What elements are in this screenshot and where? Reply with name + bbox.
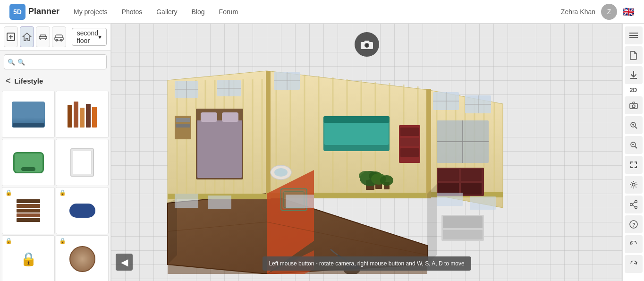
svg-marker-110 [168,198,177,264]
svg-rect-112 [175,194,198,208]
list-item[interactable] [56,139,109,186]
svg-line-136 [632,205,635,207]
main-layout: second floor ▾ 🔍 < Lifestyle [0,24,644,281]
help-button[interactable]: ? [625,215,643,233]
list-item[interactable] [56,91,109,138]
language-flag[interactable]: 🇬🇧 [623,6,635,17]
tool-home[interactable] [20,26,34,47]
svg-line-129 [635,146,637,148]
nav-gallery[interactable]: Gallery [156,8,177,16]
category-name: Lifestyle [15,77,43,85]
svg-point-123 [632,105,635,108]
menu-button[interactable] [625,26,643,44]
tool-furniture[interactable] [36,26,50,47]
nav-forum[interactable]: Forum [219,8,238,16]
svg-point-133 [630,204,632,206]
tool-new[interactable] [4,26,18,47]
floor-selector-value: second floor [77,29,98,44]
svg-rect-4 [40,35,46,37]
logo[interactable]: 5D Planner [9,4,59,20]
user-name: Zehra Khan [561,8,595,16]
files-button[interactable] [625,46,643,64]
svg-rect-80 [323,116,390,123]
2d-view-label[interactable]: 2D [630,87,637,94]
chevron-down-icon: ▾ [98,33,102,41]
svg-point-131 [632,183,635,186]
svg-rect-48 [426,89,431,198]
svg-rect-70 [176,118,190,122]
nav-blog[interactable]: Blog [192,8,205,16]
svg-point-11 [365,44,368,47]
lock-icon: 🔒 [59,238,66,244]
lock-icon: 🔒 [59,189,66,196]
nav-my-projects[interactable]: My projects [74,8,108,16]
sidebar: second floor ▾ 🔍 < Lifestyle [0,24,111,281]
lock-icon: 🔒 [5,189,12,196]
svg-rect-114 [286,195,314,208]
search-input[interactable] [4,54,107,69]
svg-rect-82 [400,128,419,136]
svg-rect-113 [208,196,231,209]
svg-rect-102 [443,216,483,228]
logo-icon: 5D [9,4,25,20]
list-item[interactable]: 🔒 [56,235,109,281]
svg-text:?: ? [632,222,635,228]
back-nav-icon: ◀ [121,256,128,268]
right-sidebar: 2D ? [622,24,644,281]
category-header[interactable]: < Lifestyle [0,73,110,89]
svg-point-132 [635,201,637,203]
items-grid: 🔒 🔒 🔒 🔒 🔒 [0,89,110,281]
svg-rect-83 [400,138,419,146]
tooltip: Left mouse button - rotate camera, right… [262,256,471,271]
list-item[interactable] [2,139,55,186]
svg-rect-84 [400,148,419,157]
list-item[interactable]: 🔒 [2,187,55,234]
svg-rect-47 [266,71,271,199]
svg-rect-98 [461,169,482,181]
svg-line-125 [635,127,637,128]
svg-rect-79 [324,119,389,145]
search-bar: 🔍 [4,54,107,69]
list-item[interactable]: 🔒 🔒 [2,235,55,281]
lock-icon: 🔒 [5,238,12,244]
svg-rect-103 [443,230,483,239]
nav-photos[interactable]: Photos [122,8,143,16]
svg-rect-116 [470,196,496,210]
camera-button[interactable] [355,32,379,57]
fullscreen-button[interactable] [625,156,643,174]
download-button[interactable] [625,66,643,84]
redo-button[interactable] [625,255,643,273]
canvas-area[interactable]: ◀ Left mouse button - rotate camera, rig… [111,24,622,281]
floor-selector[interactable]: second floor ▾ [72,28,107,46]
logo-text: Planner [28,7,59,17]
svg-point-134 [635,206,637,209]
list-item[interactable]: 🔒 [56,187,109,234]
svg-line-135 [632,202,635,204]
svg-rect-115 [437,193,463,206]
zoom-in-button[interactable] [625,116,643,134]
svg-rect-71 [176,124,190,128]
svg-rect-97 [438,169,459,181]
screenshot-button[interactable] [625,96,643,114]
sidebar-toolbar: second floor ▾ [0,24,110,51]
user-avatar[interactable]: Z [601,4,617,20]
svg-point-74 [274,168,288,177]
tooltip-text: Left mouse button - rotate camera, right… [269,260,464,267]
svg-point-92 [380,175,393,186]
list-item[interactable] [2,91,55,138]
svg-rect-67 [201,112,217,122]
zoom-out-button[interactable] [625,136,643,154]
svg-rect-68 [222,112,238,122]
tool-objects[interactable] [52,26,66,47]
share-button[interactable] [625,196,643,213]
header: 5D Planner My projects Photos Gallery Bl… [0,0,644,24]
header-right: Zehra Khan Z 🇬🇧 [561,4,635,20]
svg-marker-111 [427,184,437,264]
search-icon: 🔍 [8,59,15,66]
settings-button[interactable] [625,176,643,194]
back-arrow-icon: < [6,76,11,86]
svg-rect-100 [461,183,482,195]
back-nav-button[interactable]: ◀ [116,254,133,271]
undo-button[interactable] [625,235,643,253]
floorplan [135,43,541,274]
